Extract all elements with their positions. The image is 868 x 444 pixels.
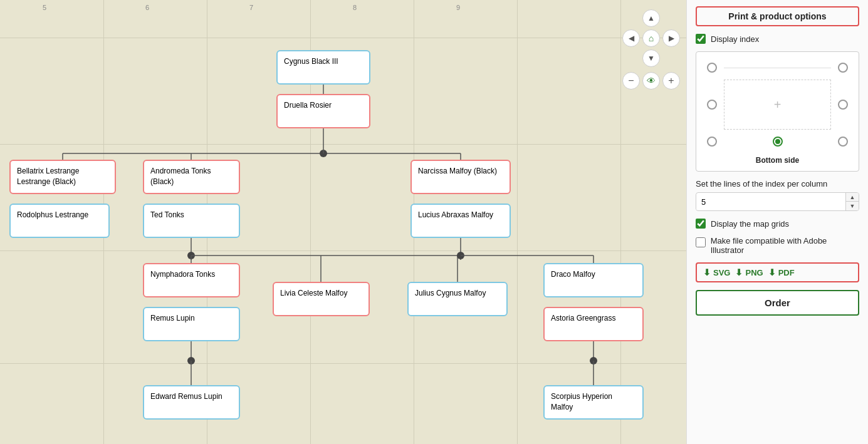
display-map-grids-label: Display the map grids <box>711 219 789 229</box>
grid-line-h2 <box>0 144 686 145</box>
grid-line-h4 <box>0 363 686 364</box>
person-card-rodolphus[interactable]: Rodolphus Lestrange <box>9 204 110 238</box>
grid-line-v5 <box>517 0 518 444</box>
nav-up-button[interactable]: ▲ <box>642 9 660 27</box>
person-card-bellatrix[interactable]: Bellatrix Lestrange Lestrange (Black) <box>9 160 116 194</box>
adobe-compat-label: Make file compatible with Adobe Illustra… <box>711 236 859 255</box>
person-card-druella[interactable]: Druella Rosier <box>276 94 370 128</box>
nav-right-button[interactable]: ▶ <box>662 29 680 47</box>
adobe-compat-checkbox[interactable] <box>696 237 706 247</box>
col-label-7: 7 <box>249 4 253 11</box>
nav-home-button[interactable]: ⌂ <box>642 29 660 47</box>
zoom-out-button[interactable]: − <box>622 72 640 90</box>
layout-center-area: + <box>724 80 831 130</box>
panel-title: Print & product options <box>696 6 859 26</box>
grid-line-h3 <box>0 250 686 251</box>
person-card-astoria[interactable]: Astoria Greengrass <box>543 307 644 341</box>
person-card-ted[interactable]: Ted Tonks <box>143 204 240 238</box>
display-map-grids-row: Display the map grids <box>696 219 859 229</box>
layout-radio-top-right[interactable] <box>838 63 848 73</box>
grid-line-v6 <box>620 0 621 444</box>
person-card-draco[interactable]: Draco Malfoy <box>543 263 644 297</box>
download-svg-icon: ⬇ <box>703 267 711 277</box>
person-card-narcissa[interactable]: Narcissa Malfoy (Black) <box>410 160 511 194</box>
download-svg-label: SVG <box>713 268 730 277</box>
display-index-checkbox[interactable] <box>696 34 706 44</box>
download-png-label: PNG <box>745 268 763 277</box>
nav-left-button[interactable]: ◀ <box>622 29 640 47</box>
order-button[interactable]: Order <box>696 290 859 316</box>
index-lines-section: Set the lines of the index per column ▲ … <box>696 179 859 211</box>
person-card-andromeda[interactable]: Andromeda Tonks (Black) <box>143 160 240 194</box>
nav-controls: ▲ ◀ ⌂ ▶ ▼ − 👁 + <box>622 9 680 90</box>
download-pdf-label: PDF <box>778 268 795 277</box>
index-lines-input[interactable] <box>696 194 845 210</box>
zoom-in-button[interactable]: + <box>662 72 680 90</box>
nav-down-button[interactable]: ▼ <box>642 49 660 67</box>
col-label-8: 8 <box>353 4 357 11</box>
person-card-remus[interactable]: Remus Lupin <box>143 307 240 341</box>
svg-point-14 <box>457 252 464 259</box>
person-card-lucius[interactable]: Lucius Abraxas Malfoy <box>410 204 511 238</box>
layout-radio-bot-left[interactable] <box>707 137 717 147</box>
person-card-scorpius[interactable]: Scorpius Hyperion Malfoy <box>543 385 644 420</box>
col-label-5: 5 <box>43 4 46 11</box>
layout-radio-mid-right[interactable] <box>838 100 848 110</box>
layout-radio-bot-right[interactable] <box>838 137 848 147</box>
family-tree-canvas: 5 6 7 8 9 <box>0 0 686 444</box>
download-pdf-icon: ⬇ <box>768 267 776 277</box>
person-card-julius[interactable]: Julius Cygnus Malfoy <box>407 282 508 316</box>
layout-radio-top-left[interactable] <box>707 63 717 73</box>
person-card-nymphadora[interactable]: Nymphadora Tonks <box>143 263 240 297</box>
display-index-label: Display index <box>711 34 759 44</box>
right-panel: Print & product options Display index + … <box>686 0 868 444</box>
display-map-grids-checkbox[interactable] <box>696 219 706 229</box>
download-svg-button[interactable]: ⬇ SVG <box>703 267 730 277</box>
download-pdf-button[interactable]: ⬇ PDF <box>768 267 795 277</box>
index-lines-input-wrap: ▲ ▼ <box>696 192 859 211</box>
page-layout-selector: + Bottom side <box>696 51 859 172</box>
svg-point-8 <box>187 252 195 259</box>
svg-point-2 <box>320 150 327 157</box>
col-label-9: 9 <box>456 4 460 11</box>
download-png-icon: ⬇ <box>735 267 743 277</box>
spinner-up-button[interactable]: ▲ <box>846 193 859 202</box>
col-label-6: 6 <box>145 4 149 11</box>
layout-bottom-label: Bottom side <box>756 153 799 165</box>
layout-radio-mid-left[interactable] <box>707 100 717 110</box>
spinner-down-button[interactable]: ▼ <box>846 202 859 210</box>
person-card-livia[interactable]: Livia Celeste Malfoy <box>273 282 370 316</box>
display-index-row: Display index <box>696 34 859 44</box>
download-png-button[interactable]: ⬇ PNG <box>735 267 763 277</box>
layout-radio-bot-center[interactable] <box>773 137 783 147</box>
person-card-edward[interactable]: Edward Remus Lupin <box>143 385 240 420</box>
download-row: ⬇ SVG ⬇ PNG ⬇ PDF <box>696 262 859 282</box>
fit-view-button[interactable]: 👁 <box>642 72 660 90</box>
spinner-buttons: ▲ ▼ <box>845 193 859 210</box>
adobe-compat-row: Make file compatible with Adobe Illustra… <box>696 236 859 255</box>
index-lines-label: Set the lines of the index per column <box>696 179 859 188</box>
grid-line-h1 <box>0 38 686 38</box>
person-card-cygnus[interactable]: Cygnus Black III <box>276 50 370 85</box>
